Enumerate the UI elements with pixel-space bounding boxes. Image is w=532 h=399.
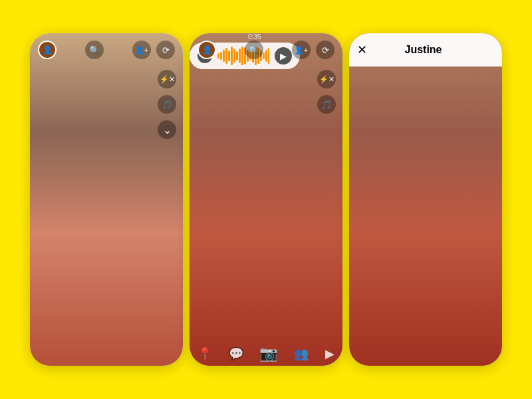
rotate-camera-icon-1[interactable]: ⟳ (156, 41, 175, 59)
top-icons-right-2: 👤+ ⟳ (292, 41, 334, 59)
add-friend-icon-2[interactable]: 👤+ (292, 41, 311, 59)
camera-bg-3 (349, 33, 502, 366)
top-icons-left-1: 🔍 (85, 41, 104, 59)
top-bar-2: 👤 🔍 👤+ ⟳ (190, 33, 342, 66)
close-icon[interactable]: ✕ (357, 43, 367, 57)
play-icon[interactable]: ▶ (325, 346, 334, 361)
add-friend-icon-1[interactable]: 👤+ (132, 41, 151, 59)
search-icon-2[interactable]: 🔍 (245, 41, 263, 59)
phone-3: ✕ Justine 📷 Reply to Justine 🎙 😊 ↑ SOUND (349, 33, 502, 366)
side-icons-2: ⚡✕ 🎵 (317, 70, 336, 114)
top-icons-left-2: 🔍 (245, 41, 263, 59)
map-icon[interactable]: 📍 (198, 346, 212, 361)
top-bar-3: ✕ Justine (349, 33, 502, 66)
side-icons-1: ⚡✕ 🎵 ⌄ (158, 70, 176, 139)
top-bar-1: 👤 🔍 👤+ ⟳ (30, 33, 183, 66)
phone-2: 👤 🔍 👤+ ⟳ ⚡✕ 🎵 0:35 ✕ ▶ (190, 33, 342, 366)
chat-icon[interactable]: 💬 (229, 346, 243, 361)
music-icon-1[interactable]: 🎵 (158, 95, 176, 114)
rotate-camera-icon-2[interactable]: ⟳ (316, 41, 334, 59)
friends-icon[interactable]: 👥 (294, 346, 309, 361)
top-icons-right-1: 👤+ ⟳ (132, 41, 175, 59)
avatar-2[interactable]: 👤 (198, 41, 216, 59)
music-icon-2[interactable]: 🎵 (317, 95, 336, 114)
avatar-1[interactable]: 👤 (38, 41, 57, 59)
chevron-down-icon-1[interactable]: ⌄ (158, 120, 176, 139)
flash-icon-1[interactable]: ⚡✕ (158, 70, 176, 88)
bottom-nav-2: 📍 💬 📷 👥 ▶ (190, 342, 342, 366)
phone-1: 👤 🔍 👤+ ⟳ ⚡✕ 🎵 ⌄ Featured Sounds Funny (30, 33, 183, 366)
page-title: Justine (404, 44, 442, 56)
flash-icon-2[interactable]: ⚡✕ (317, 70, 336, 88)
camera-icon[interactable]: 📷 (259, 345, 277, 362)
phones-container: 👤 🔍 👤+ ⟳ ⚡✕ 🎵 ⌄ Featured Sounds Funny (30, 33, 502, 366)
search-icon-1[interactable]: 🔍 (85, 41, 104, 59)
